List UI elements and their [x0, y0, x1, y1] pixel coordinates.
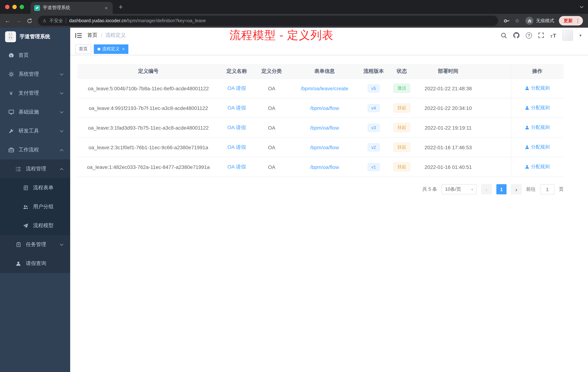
form-info-link[interactable]: /bpm/oa/flow — [310, 144, 339, 150]
avatar-chevron-down-icon[interactable]: ▾ — [579, 33, 581, 38]
sidebar-item-home[interactable]: 首页 — [0, 46, 70, 65]
col-actions: 操作 — [511, 68, 564, 75]
cell-deploy-time: 2022-01-16 17:46:53 — [416, 144, 480, 150]
help-icon[interactable]: ? — [526, 32, 532, 38]
form-info-link[interactable]: /bpm/oa/flow — [310, 125, 339, 131]
cell-deploy-time: 2022-01-22 19:19:11 — [416, 125, 480, 131]
tags-view-bar: 首页 流程定义 × — [70, 43, 588, 55]
tag-home[interactable]: 首页 — [75, 44, 91, 54]
definition-name-link[interactable]: OA 请假 — [227, 144, 246, 150]
form-info-link[interactable]: /bpm/oa/flow — [310, 164, 339, 170]
breadcrumb-current: 流程定义 — [105, 32, 126, 39]
tag-process-definition[interactable]: 流程定义 × — [94, 44, 128, 54]
sidebar-item-process-mgmt[interactable]: 流程管理 — [0, 159, 70, 178]
definition-name-link[interactable]: OA 请假 — [227, 124, 246, 130]
search-icon[interactable] — [501, 32, 507, 38]
page-size-select[interactable]: 10条/页 ▾ — [441, 184, 477, 194]
breadcrumb-home[interactable]: 首页 — [87, 32, 97, 39]
form-info-link[interactable]: /bpm/oa/leave/create — [301, 85, 348, 91]
sidebar-item-task-mgmt[interactable]: 任务管理 — [0, 235, 70, 254]
font-size-icon[interactable]: TT — [550, 32, 556, 38]
chevron-up-icon — [60, 149, 64, 151]
app-title: 芋道管理系统 — [20, 33, 50, 40]
incognito-label: 无痕模式 — [536, 18, 554, 24]
pagination-total: 共 5 条 — [422, 186, 437, 193]
table-row: oa_leave:2:3c1f0ef1-76b1-11ec-9c66-a2380… — [77, 138, 564, 157]
assign-rule-button[interactable]: 分配规则 — [525, 85, 550, 92]
goto-page-input[interactable] — [540, 184, 555, 194]
cell-category: OA — [254, 125, 289, 131]
update-button[interactable]: 更新 ⋮ — [559, 16, 583, 25]
window-zoom-button[interactable] — [20, 5, 24, 9]
sidebar-toggle-icon[interactable] — [75, 33, 82, 38]
browser-tab[interactable]: 芋道管理系统 × — [31, 2, 113, 14]
tab-title: 芋道管理系统 — [43, 5, 100, 11]
next-page-button[interactable]: › — [511, 184, 522, 194]
app-logo — [5, 31, 16, 42]
assign-rule-button[interactable]: 分配规则 — [525, 124, 550, 131]
chevron-up-icon — [60, 168, 64, 170]
tab-list-chevron-icon[interactable] — [580, 6, 584, 8]
tag-close-icon[interactable]: × — [122, 46, 125, 52]
fixed-column-divider — [511, 64, 511, 177]
security-warning-icon: ⚠ — [42, 18, 47, 23]
sidebar-item-process-form[interactable]: 流程表单 — [0, 178, 70, 197]
assign-rule-button[interactable]: 分配规则 — [525, 105, 550, 111]
sidebar-item-devtools[interactable]: 研发工具 — [0, 121, 70, 141]
cell-category: OA — [254, 85, 289, 91]
page-number-button[interactable]: 1 — [496, 184, 506, 194]
sidebar-item-process-model[interactable]: 流程模型 — [0, 216, 70, 235]
table-row: oa_leave:1:482ec033-762a-11ec-8477-a2380… — [77, 157, 564, 177]
page-content: 定义编号 定义名称 定义分类 表单信息 流程版本 状态 部署时间 操作 oa_l… — [70, 55, 588, 372]
goto-label: 前往 — [526, 186, 536, 193]
definition-name-link[interactable]: OA 请假 — [227, 164, 246, 169]
definition-name-link[interactable]: OA 请假 — [227, 85, 246, 91]
menu-kebab-icon[interactable]: ⋮ — [575, 18, 580, 24]
assign-rule-button[interactable]: 分配规则 — [525, 144, 550, 151]
active-tag-dot — [97, 47, 100, 50]
app-navbar: 首页 / 流程定义 流程模型 - 定义列表 ? — [70, 28, 588, 43]
fullscreen-icon[interactable] — [538, 33, 544, 38]
gear-icon — [8, 71, 14, 77]
cell-category: OA — [254, 144, 289, 150]
password-key-icon[interactable] — [504, 18, 510, 24]
col-definition-id: 定义编号 — [77, 68, 219, 75]
back-button[interactable]: ← — [2, 15, 13, 26]
col-definition-name: 定义名称 — [219, 68, 254, 75]
dashboard-icon — [8, 52, 14, 58]
sidebar-item-system[interactable]: 系统管理 — [0, 65, 70, 84]
cell-definition-id: oa_leave:3:1fad3d93-7b75-11ec-a3c8-acde4… — [77, 125, 219, 131]
goto-page-unit: 页 — [559, 186, 564, 193]
tab-close-icon[interactable]: × — [103, 5, 109, 11]
window-close-button[interactable] — [5, 5, 10, 9]
version-badge: v5 — [368, 84, 379, 92]
sidebar-item-workflow[interactable]: 工作流程 — [0, 141, 70, 159]
sidebar-item-infra[interactable]: 基础设施 — [0, 103, 70, 121]
sidebar-item-user-group[interactable]: 用户分组 — [0, 197, 70, 216]
app-logo-row: 芋道管理系统 — [0, 28, 70, 46]
new-tab-button[interactable]: + — [116, 2, 126, 12]
user-avatar[interactable] — [562, 30, 573, 41]
user-icon — [15, 261, 21, 266]
reload-button[interactable] — [24, 15, 35, 26]
status-badge: 挂起 — [393, 143, 410, 152]
clipboard-icon — [15, 242, 21, 247]
page-annotation-title: 流程模型 - 定义列表 — [230, 28, 334, 43]
form-info-link[interactable]: /bpm/oa/flow — [310, 105, 339, 111]
address-bar[interactable]: ⚠ 不安全 dashboard.yudao.iocoder.cn/bpm/man… — [38, 16, 498, 26]
pagination: 共 5 条 10条/页 ▾ ‹ 1 › 前往 页 — [77, 184, 564, 194]
table-header-row: 定义编号 定义名称 定义分类 表单信息 流程版本 状态 部署时间 操作 — [77, 64, 564, 79]
briefcase-icon — [8, 147, 14, 153]
col-category: 定义分类 — [254, 68, 289, 75]
definition-table: 定义编号 定义名称 定义分类 表单信息 流程版本 状态 部署时间 操作 oa_l… — [77, 64, 564, 177]
prev-page-button[interactable]: ‹ — [481, 184, 492, 194]
col-deploy-time: 部署时间 — [416, 68, 480, 75]
sidebar-item-payment[interactable]: ¥ 支付管理 — [0, 84, 70, 103]
forward-button[interactable]: → — [13, 15, 24, 26]
sidebar-item-leave-query[interactable]: 请假查询 — [0, 254, 70, 273]
github-icon[interactable] — [513, 32, 520, 39]
assign-rule-button[interactable]: 分配规则 — [525, 164, 550, 170]
definition-name-link[interactable]: OA 请假 — [227, 105, 246, 110]
window-minimize-button[interactable] — [12, 5, 17, 9]
bookmark-star-icon[interactable]: ☆ — [515, 17, 520, 24]
